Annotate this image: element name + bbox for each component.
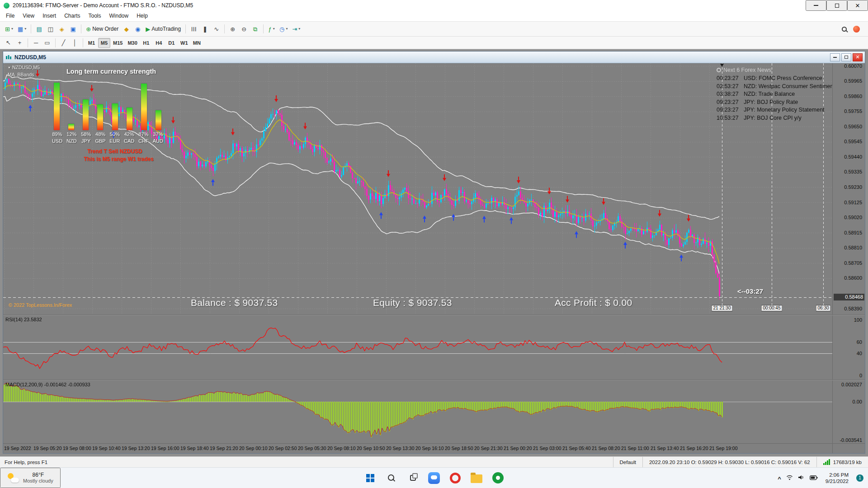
- rsi-tick: 100: [854, 317, 862, 323]
- macd-plot[interactable]: MACD(12,200,9) -0.001462 -0.000933: [3, 380, 832, 443]
- wifi-icon[interactable]: [786, 474, 793, 482]
- menu-view[interactable]: View: [19, 11, 38, 21]
- date-label: 21 Sep 16:20: [680, 446, 708, 451]
- volume-icon[interactable]: [798, 474, 805, 482]
- timeframe-d1[interactable]: D1: [165, 38, 178, 48]
- toolbar-right-cluster: [842, 26, 860, 33]
- search-icon[interactable]: [842, 27, 847, 32]
- timeframe-m1[interactable]: M1: [85, 38, 98, 48]
- chart-close-button[interactable]: ✕: [853, 53, 863, 61]
- timeframe-w1[interactable]: W1: [178, 38, 190, 48]
- zoom-out-icon: ⊖: [241, 26, 246, 32]
- menu-window[interactable]: Window: [105, 11, 133, 21]
- timeframe-m5[interactable]: M5: [98, 38, 110, 48]
- new-chart-button[interactable]: ⊞▾: [3, 23, 15, 35]
- price-axis[interactable]: 0.58468 0.600700.599650.598600.597550.59…: [832, 63, 865, 314]
- macd-axis[interactable]: 0.0020270.00-0.003541: [832, 380, 865, 443]
- strength-currency: CAD: [122, 138, 136, 144]
- toolbar-separator: [185, 24, 186, 33]
- horizontal-line-icon: ─: [34, 40, 38, 46]
- chart-restore-button[interactable]: [841, 53, 851, 61]
- rsi-canvas[interactable]: [3, 315, 832, 380]
- vertical-line-button[interactable]: │: [69, 37, 80, 49]
- news-item: 00:23:27USD: FOMC Press Conference: [717, 75, 832, 83]
- chart-line-button[interactable]: ∿: [211, 23, 222, 35]
- battery-icon[interactable]: [810, 474, 818, 482]
- news-time: 02:53:27: [717, 83, 740, 91]
- notification-badge[interactable]: 1: [856, 474, 863, 482]
- toolbar-separator: [55, 38, 56, 47]
- file-explorer-button[interactable]: [468, 469, 485, 487]
- chart-shift-button[interactable]: ⇥▾: [290, 23, 302, 35]
- menu-charts[interactable]: Charts: [60, 11, 84, 21]
- status-profile[interactable]: Default: [613, 457, 642, 467]
- weather-widget[interactable]: 86°F Mostly cloudy: [0, 468, 61, 488]
- metaeditor-button[interactable]: ◆: [121, 23, 132, 35]
- task-view-button[interactable]: [404, 469, 421, 487]
- rsi-axis[interactable]: 10060400: [832, 315, 865, 380]
- menu-insert[interactable]: Insert: [38, 11, 60, 21]
- horizontal-line-button[interactable]: ─: [30, 37, 42, 49]
- zoom-out-button[interactable]: ⊖: [238, 23, 250, 35]
- timeframe-m15[interactable]: M15: [111, 38, 125, 48]
- date-label: 20 Sep 21:30: [474, 446, 502, 451]
- chart-minimize-button[interactable]: [830, 53, 840, 61]
- rectangle-tool-button[interactable]: ▭: [42, 37, 53, 49]
- toolbox-button[interactable]: ▣: [67, 23, 79, 35]
- periods-button[interactable]: ◷▾: [277, 23, 290, 35]
- taskbar-search-button[interactable]: [383, 469, 400, 487]
- new-order-button[interactable]: ⊕New Order: [84, 23, 121, 35]
- start-button[interactable]: [362, 469, 379, 487]
- menu-tools[interactable]: Tools: [85, 11, 105, 21]
- cursor-tool-button[interactable]: ↖: [3, 37, 14, 49]
- tile-windows-icon: ⧉: [253, 26, 257, 32]
- timeframe-mn[interactable]: MN: [191, 38, 203, 48]
- zoom-in-button[interactable]: ⊕: [227, 23, 238, 35]
- indicators-button[interactable]: ƒ▾: [266, 23, 277, 35]
- autotrading-button[interactable]: ▶AutoTrading: [143, 23, 183, 35]
- menu-file[interactable]: File: [2, 11, 19, 21]
- maximize-button[interactable]: [826, 0, 847, 11]
- market-watch-button[interactable]: ▤: [33, 23, 45, 35]
- macd-canvas[interactable]: [3, 380, 832, 443]
- toolbar-separator: [28, 38, 28, 47]
- opera-button[interactable]: [447, 469, 464, 487]
- navigator-button[interactable]: ◈: [56, 23, 67, 35]
- time-axis[interactable]: 19 Sep 202219 Sep 05:2019 Sep 08:0019 Se…: [3, 443, 865, 453]
- chart-window-titlebar[interactable]: NZDUSD,M5 ✕: [3, 52, 865, 63]
- news-item: 10:53:27JPY: BOJ Core CPI y/y: [717, 114, 832, 122]
- timeframe-h1[interactable]: H1: [140, 38, 152, 48]
- chart-candles-button[interactable]: ❚: [199, 23, 211, 35]
- price-panel: ▼NZDUSD,M5 MA_BBands Long term currency …: [3, 63, 865, 314]
- clock-widget[interactable]: 2:06 PM 9/21/2022: [823, 471, 851, 485]
- weather-temp: 86°F: [23, 472, 53, 478]
- toolbox-icon: ▣: [71, 26, 76, 32]
- green-app-button[interactable]: [489, 469, 506, 487]
- chart-bars-button[interactable]: ☰: [188, 23, 199, 35]
- price-chart-plot[interactable]: ▼NZDUSD,M5 MA_BBands Long term currency …: [3, 63, 832, 314]
- crosshair-tool-button[interactable]: +: [14, 37, 25, 49]
- strength-currencies: USDNZDJPYGBPEURCADCHFAUD: [50, 138, 165, 144]
- time-box-right: 06:30: [816, 305, 830, 311]
- menu-help[interactable]: Help: [132, 11, 152, 21]
- community-button[interactable]: ◉: [132, 23, 143, 35]
- chat-button[interactable]: [425, 469, 443, 487]
- hidden-icons-chevron[interactable]: ^: [778, 475, 781, 482]
- account-badge[interactable]: [853, 26, 860, 33]
- trendline-tool-button[interactable]: ╱: [58, 37, 69, 49]
- tile-windows-button[interactable]: ⧉: [250, 23, 261, 35]
- price-tick: 0.59545: [844, 139, 862, 144]
- profiles-button[interactable]: ▦▾: [15, 23, 28, 35]
- close-button[interactable]: ✕: [847, 0, 868, 11]
- restore-icon: [844, 56, 848, 59]
- date-label: 21 Sep 13:40: [651, 446, 679, 451]
- timeframe-h4[interactable]: H4: [153, 38, 165, 48]
- new-order-icon: ⊕: [86, 26, 91, 32]
- rsi-plot[interactable]: RSI(14) 23.5832: [3, 315, 832, 380]
- minimize-button[interactable]: [806, 0, 826, 11]
- strength-bar: [127, 108, 132, 130]
- data-window-button[interactable]: ◫: [45, 23, 56, 35]
- windows-logo-icon: [366, 474, 374, 482]
- timeframe-m30[interactable]: M30: [125, 38, 139, 48]
- ohlc-text: 2022.09.20 23:10 O: 0.59029 H: 0.59030 L…: [649, 460, 810, 465]
